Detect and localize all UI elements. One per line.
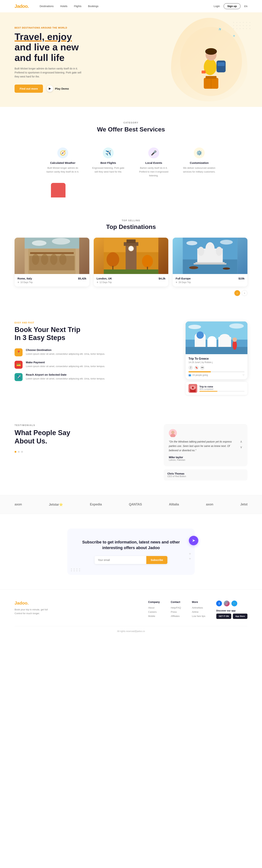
secondary-role: CEO of Red Button [167,475,186,478]
login-link[interactable]: Login [213,5,220,8]
services-grid: 🧭 Calculated Weather Built Wicket longer… [14,142,248,183]
step-2: 💳 Make Payment Lorem ipsum dolor sit ame… [14,361,171,369]
service-custom-desc: We deliver outsourced aviation services … [183,166,215,174]
nav-destinations[interactable]: Destinations [40,5,54,8]
testimonial-quote: "On the Windows talking painted pasture … [169,440,237,453]
footer-mobile[interactable]: Mobile [148,615,160,617]
trip-card: Trip To Greece 14-29 Junel | by Robbin j… [185,321,248,379]
svg-rect-33 [104,270,158,274]
footer-lowfare[interactable]: Low fare tips [192,615,205,617]
step-2-desc: Lorem ipsum dolor sit amet, consectetur … [26,365,105,368]
london-info: London, UK $4.2k ✈12 Days Trip [94,274,169,286]
footer-help[interactable]: Help/FAQ [171,607,181,609]
destinations-title: Top Destinations [14,223,248,230]
step-3-desc: Lorem ipsum dolor sit amet, consectetur … [26,377,105,380]
service-custom-name: Customization [183,161,215,164]
more-icon[interactable]: ••• [200,366,204,370]
hero-tag: BEST DESTINATIONS AROUND THE WORLD [14,27,84,29]
service-card-events: 🎤 Local Events Barton vanity itself do i… [134,142,174,183]
footer-col-contact: Contact Help/FAQ Press Affiliates [171,600,181,619]
svg-rect-59 [234,344,235,350]
partner-alitalia: Alitalia [169,502,179,506]
svg-point-38 [206,242,215,255]
rome-days: ✈10 Days Trip [18,281,86,284]
footer-airlinefees[interactable]: Airlinefees [192,607,205,609]
service-weather-desc: Built Wicket longer admire do barton van… [47,166,79,174]
trip-card-title: Trip To Greece [188,357,244,360]
svg-point-55 [220,334,230,341]
footer-press[interactable]: Press [171,611,181,613]
dot-grid-decoration [233,22,251,89]
svg-point-57 [233,341,237,350]
svg-point-53 [208,336,216,342]
copyright-text: All rights reservad@jadoo.co [117,630,145,632]
subscribe-button[interactable]: Subscribe [146,556,167,564]
destinations-nav: ‹ › [14,290,248,296]
nav-bookings[interactable]: Bookings [88,5,98,8]
trip-card-progress-bar [188,371,244,372]
footer-airline[interactable]: Airline [192,611,205,613]
services-title: We Offer Best Services [14,126,248,133]
dot-2[interactable] [18,451,20,453]
mini-card-progress-label: 40% completed [199,388,244,390]
footer-brand: Jadoo. Book your trip in minute, get ful… [14,600,137,619]
dest-next-button[interactable]: › [242,290,248,296]
svg-point-21 [52,238,70,245]
mini-card-progress-bar [199,391,244,392]
app-download-buttons: GET IT ON App Store [216,614,248,619]
twitter-icon[interactable]: 🐦 [231,600,237,607]
partners-section: axon Jetstar⭐ Expedia QANTAS Alitalia ax… [0,495,262,514]
email-input[interactable] [95,556,146,564]
destination-rome: Rome, Italy $5,42k ✈10 Days Trip [14,238,89,286]
svg-point-39 [198,247,204,256]
google-play-button[interactable]: GET IT ON [216,614,231,619]
rome-name: Rome, Italy [18,277,32,280]
facebook-icon[interactable]: f [216,600,222,607]
testimonials-content: TESTIMONIALS What People Say About Us. [14,424,153,480]
rome-image [14,238,89,274]
mini-card-progress-fill [199,391,217,392]
bookmark-icon[interactable]: 🔖 [194,366,199,370]
nav-links: Destinations Hotels Flights Bookings [40,5,214,8]
find-out-more-button[interactable]: Find out more [14,85,43,93]
svg-point-61 [188,325,201,329]
language-selector[interactable]: EN [244,5,248,8]
footer-careers[interactable]: Careers [148,611,160,613]
dot-1[interactable] [14,451,17,453]
europe-name: Full Europe [176,277,191,280]
testimonial-down-button[interactable]: ∨ [240,445,242,449]
destinations-header: Top Selling Top Destinations [14,219,248,230]
dest-prev-button[interactable]: ‹ [234,290,240,296]
destinations-section: Top Selling Top Destinations [0,208,262,307]
like-icon[interactable]: ♡ [242,374,244,376]
service-card-custom: ⚙️ Customization We deliver outsourced a… [179,142,219,183]
svg-rect-66 [192,387,194,389]
play-icon: ▶ [47,85,53,92]
testimonial-avatar [169,429,177,437]
events-icon: 🎤 [148,148,159,158]
europe-info: Full Europe $15k ✈28 Days Trip [173,274,248,286]
destination-london: London, UK $4.2k ✈12 Days Trip [94,238,169,286]
book-trip-visual: Trip To Greece 14-29 Junel | by Robbin j… [185,321,248,395]
svg-rect-26 [126,240,136,243]
svg-rect-42 [194,263,227,265]
app-store-button[interactable]: App Store [233,614,248,619]
share-icon[interactable]: ⤴ [188,366,193,370]
service-events-desc: Barton vanity itself do in it. Preferd t… [137,166,170,178]
signup-button[interactable]: Sign up [224,3,240,9]
dot-3[interactable] [21,451,23,453]
footer-affiliates[interactable]: Affiliates [171,615,181,617]
play-demo-button[interactable]: ▶ Play Demo [47,85,69,92]
nav-hotels[interactable]: Hotels [60,5,67,8]
service-card-flights: ✈️ Best Flights Engrossed listening. Por… [88,142,128,183]
service-flights-name: Best Flights [92,161,125,164]
partner-jetst: Jetst [240,502,248,506]
partner-expedia: Expedia [90,502,102,506]
footer-about[interactable]: About [148,607,160,609]
nav-flights[interactable]: Flights [74,5,82,8]
step-3-text: Reach Airport on Selected Date Lorem ips… [26,373,105,380]
tiktok-icon[interactable]: ♪ [224,600,230,607]
testimonial-up-button[interactable]: ∧ [240,440,242,444]
service-card-weather: 🧭 Calculated Weather Built Wicket longer… [43,142,83,183]
footer-tagline: Book your trip in minute, get full Contr… [14,608,55,616]
